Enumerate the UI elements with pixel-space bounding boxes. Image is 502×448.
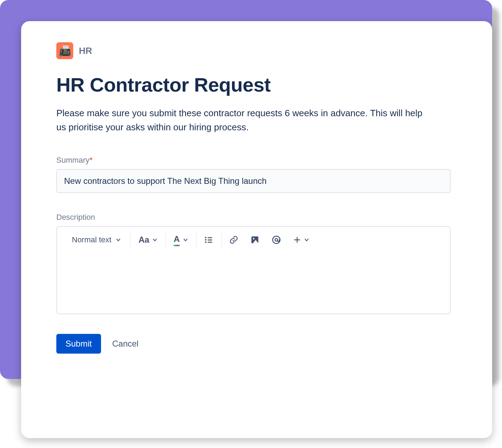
summary-input[interactable] xyxy=(56,169,451,193)
svg-rect-5 xyxy=(207,242,212,243)
svg-rect-1 xyxy=(207,237,212,238)
mention-button[interactable] xyxy=(271,235,281,245)
svg-point-7 xyxy=(253,238,254,239)
svg-rect-3 xyxy=(207,239,212,241)
plus-icon xyxy=(293,236,301,244)
list-button[interactable] xyxy=(204,235,213,244)
chevron-down-icon xyxy=(183,237,188,243)
page-description: Please make sure you submit these contra… xyxy=(56,106,429,135)
insert-more-button[interactable] xyxy=(293,236,309,244)
required-indicator: * xyxy=(89,156,93,164)
summary-label: Summary* xyxy=(56,156,457,165)
text-color-button[interactable]: A xyxy=(174,234,188,245)
at-icon xyxy=(271,235,281,245)
chevron-down-icon xyxy=(152,237,158,243)
chevron-down-icon xyxy=(304,237,309,243)
cancel-button[interactable]: Cancel xyxy=(112,339,139,349)
description-textarea[interactable] xyxy=(57,253,450,313)
fax-icon: 📠 xyxy=(59,45,71,57)
svg-point-4 xyxy=(205,241,206,243)
editor-toolbar: Normal text Aa A xyxy=(57,227,450,253)
text-format-icon: Aa xyxy=(138,235,149,245)
chevron-down-icon xyxy=(115,237,121,243)
submit-button[interactable]: Submit xyxy=(56,334,101,354)
text-color-icon: A xyxy=(174,234,180,245)
page-title: HR Contractor Request xyxy=(56,73,457,96)
text-style-dropdown[interactable]: Normal text xyxy=(72,235,123,244)
form-actions: Submit Cancel xyxy=(56,334,457,354)
svg-point-0 xyxy=(205,237,206,238)
description-editor: Normal text Aa A xyxy=(56,226,451,314)
text-formatting-button[interactable]: Aa xyxy=(138,235,158,245)
project-icon: 📠 xyxy=(56,42,73,59)
form-card: 📠 HR HR Contractor Request Please make s… xyxy=(21,21,492,438)
link-button[interactable] xyxy=(229,235,238,244)
description-label: Description xyxy=(56,213,457,222)
image-button[interactable] xyxy=(250,235,259,244)
project-name: HR xyxy=(79,45,92,56)
svg-point-2 xyxy=(205,239,206,240)
link-icon xyxy=(229,235,238,244)
bullet-list-icon xyxy=(204,235,213,244)
project-breadcrumb: 📠 HR xyxy=(56,42,457,59)
image-icon xyxy=(250,235,259,244)
